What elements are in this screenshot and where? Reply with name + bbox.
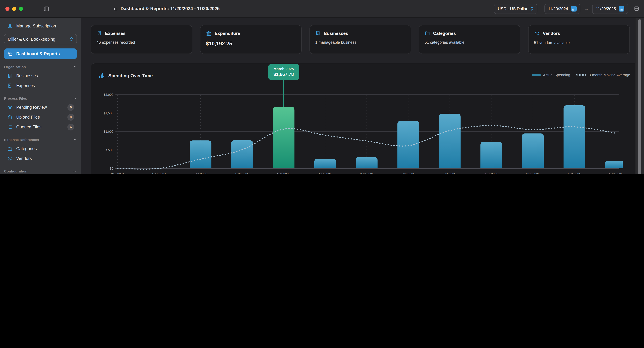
sidebar-toggle-icon[interactable] <box>43 6 50 12</box>
sidebar-section-expense-references[interactable]: Expense References <box>4 136 77 144</box>
currency-select[interactable]: USD - US Dollar <box>494 4 537 14</box>
folder-icon <box>424 31 430 36</box>
people-icon <box>534 31 540 36</box>
section-label: Expense References <box>4 138 39 142</box>
chevron-up-icon <box>73 65 77 69</box>
titlebar-controls: USD - US Dollar 11/20/2024 → 11/20/2025 <box>494 4 639 14</box>
sidebar-item-upload-files[interactable]: Upload Files0 <box>4 112 77 122</box>
people-icon <box>7 156 13 161</box>
chevron-up-icon <box>73 138 77 142</box>
sidebar-item-label: Pending Review <box>16 105 47 110</box>
bank-icon <box>206 31 212 36</box>
sidebar-item-label: Upload Files <box>16 115 40 119</box>
legend-swatch <box>532 74 541 76</box>
date-from-field[interactable]: 11/20/2024 <box>544 4 580 14</box>
sidebar-item-label: Queued Files <box>16 125 42 129</box>
sidebar-section-organization[interactable]: Organization <box>4 63 77 71</box>
legend-moving-average: 3-month Moving Average <box>576 73 630 77</box>
count-badge: 6 <box>68 104 74 111</box>
stat-card-expenditure: Expenditure $10,192.25 <box>200 25 302 54</box>
spending-chart[interactable]: $2,000$1,500$1,000$500$0Nov 2024Dec 2024… <box>98 85 631 174</box>
svg-text:Aug 2025: Aug 2025 <box>484 172 498 174</box>
legend-swatch <box>576 74 586 76</box>
business-selector[interactable]: Miller & Co. Bookkeeping <box>4 34 77 44</box>
building-icon <box>315 31 321 36</box>
chevron-up-icon <box>73 169 77 173</box>
spending-chart-svg: $2,000$1,500$1,000$500$0Nov 2024Dec 2024… <box>98 85 623 174</box>
close-window-button[interactable] <box>6 7 10 11</box>
folder-icon <box>7 146 13 151</box>
receipt-icon <box>96 31 102 36</box>
section-label: Organization <box>4 65 26 69</box>
svg-text:Jan 2025: Jan 2025 <box>194 172 207 174</box>
person-icon <box>7 23 13 29</box>
main-content: Expenses 46 expenses recorded Expenditur… <box>81 18 644 174</box>
calendar-icon[interactable] <box>571 6 576 12</box>
stat-value: 46 expenses recorded <box>96 40 186 44</box>
sidebar-item-manage-subscription[interactable]: Manage Subscription <box>4 21 77 31</box>
sidebar-item-label: Expenses <box>16 83 35 88</box>
stat-value: 51 vendors available <box>534 41 624 45</box>
sidebar-item-dashboard-reports[interactable]: Dashboard & Reports <box>4 49 77 59</box>
sidebar-item-label: Businesses <box>16 73 38 78</box>
stat-card-expenses: Expenses 46 expenses recorded <box>91 25 192 54</box>
stat-title: Expenditure <box>215 31 240 36</box>
bar-chart-clock-icon <box>98 72 105 79</box>
sidebar-item-pending-review[interactable]: Pending Review6 <box>4 102 77 112</box>
sidebar-section-configuration[interactable]: Configuration <box>4 167 77 174</box>
sidebar-item-categories[interactable]: Categories <box>4 144 77 154</box>
pages-icon <box>113 6 118 11</box>
sidebar-item-queued-files[interactable]: Queued Files6 <box>4 122 77 132</box>
stat-title: Businesses <box>324 31 348 36</box>
divider <box>540 4 541 13</box>
section-label: Configuration <box>4 169 28 173</box>
table-view-icon[interactable] <box>633 6 639 12</box>
stat-card-categories: Categories 51 categories available <box>419 25 520 54</box>
chevron-up-icon <box>73 96 77 100</box>
svg-text:$0: $0 <box>110 167 114 170</box>
count-badge: 0 <box>68 114 74 120</box>
app-window: Dashboard & Reports: 11/20/2024 - 11/20/… <box>0 0 644 174</box>
chart-tooltip: March 2025 $1,667.78 <box>268 64 299 80</box>
business-selector-value: Miller & Co. Bookkeeping <box>8 37 55 42</box>
chevron-updown-icon <box>530 6 534 11</box>
svg-text:$1,000: $1,000 <box>104 130 114 133</box>
legend-actual-spending: Actual Spending <box>532 73 570 77</box>
stat-cards-row: Expenses 46 expenses recorded Expenditur… <box>91 25 638 54</box>
main-scrollbar-thumb[interactable] <box>638 19 641 174</box>
window-controls <box>6 7 23 11</box>
sidebar-item-label: Dashboard & Reports <box>16 51 60 56</box>
stat-value: 51 categories available <box>424 40 515 44</box>
chart-legend: Actual Spending3-month Moving Average <box>532 73 630 77</box>
svg-text:$500: $500 <box>106 148 114 152</box>
queue-icon <box>7 124 13 130</box>
sidebar-section-process-files[interactable]: Process Files <box>4 94 77 102</box>
chevron-updown-icon <box>70 37 73 42</box>
arrow-right-icon: → <box>584 6 589 12</box>
svg-text:Sep 2025: Sep 2025 <box>526 172 540 174</box>
titlebar: Dashboard & Reports: 11/20/2024 - 11/20/… <box>0 0 644 18</box>
svg-text:Dec 2024: Dec 2024 <box>152 172 166 174</box>
main-scrollbar-track[interactable] <box>635 18 644 174</box>
svg-text:Nov 2025: Nov 2025 <box>609 172 623 174</box>
svg-text:Mar 2025: Mar 2025 <box>277 172 290 174</box>
sidebar-item-expenses[interactable]: Expenses <box>4 81 77 91</box>
date-to-field[interactable]: 11/20/2025 <box>592 4 628 14</box>
sidebar-item-label: Manage Subscription <box>16 24 56 28</box>
sidebar-item-label: Vendors <box>16 156 32 161</box>
zoom-window-button[interactable] <box>19 7 23 11</box>
svg-text:Nov 2024: Nov 2024 <box>110 172 124 174</box>
stat-card-vendors: Vendors 51 vendors available <box>528 25 630 54</box>
sidebar-item-businesses[interactable]: Businesses <box>4 71 77 81</box>
svg-text:May 2025: May 2025 <box>360 172 374 174</box>
svg-text:Jul 2025: Jul 2025 <box>444 172 456 174</box>
svg-text:Jun 2025: Jun 2025 <box>402 172 415 174</box>
section-label: Process Files <box>4 96 27 100</box>
pages-icon <box>8 51 13 57</box>
stat-title: Expenses <box>105 31 126 36</box>
calendar-icon[interactable] <box>618 6 624 12</box>
upload-icon <box>7 114 13 120</box>
sidebar-item-vendors[interactable]: Vendors <box>4 154 77 163</box>
minimize-window-button[interactable] <box>12 7 16 11</box>
svg-text:Feb 2025: Feb 2025 <box>235 172 249 174</box>
